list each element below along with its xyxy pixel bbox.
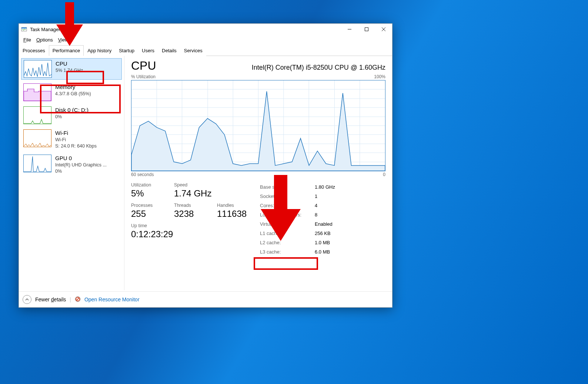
sidebar-item-sub: Wi-Fi xyxy=(55,137,97,143)
svg-rect-1 xyxy=(21,27,27,29)
open-resource-monitor-link[interactable]: Open Resource Monitor xyxy=(84,297,140,302)
maximize-button[interactable] xyxy=(358,24,375,35)
cpu-chart xyxy=(131,80,385,171)
sidebar-item-sub: 0% xyxy=(55,114,88,120)
sidebar-item-label: GPU 0 xyxy=(55,155,107,162)
sidebar-item-sub2: 0% xyxy=(55,168,107,175)
sidebar-item-label: CPU xyxy=(56,60,83,67)
tab-processes[interactable]: Processes xyxy=(19,45,49,56)
tab-users[interactable]: Users xyxy=(138,45,158,56)
menu-view[interactable]: View xyxy=(56,36,71,43)
resource-monitor-icon xyxy=(75,296,81,303)
cpu-model: Intel(R) Core(TM) i5-8250U CPU @ 1.60GHz xyxy=(252,64,385,72)
tab-app-history[interactable]: App history xyxy=(84,45,115,56)
chart-label-tr: 100% xyxy=(374,74,385,79)
cpu-thumb-icon xyxy=(24,60,52,78)
chevron-up-icon[interactable] xyxy=(23,295,31,304)
main-panel: CPU Intel(R) Core(TM) i5-8250U CPU @ 1.6… xyxy=(124,56,392,290)
handles-value: 111638 xyxy=(217,208,249,219)
sidebar-item-sub: Intel(R) UHD Graphics ... xyxy=(55,162,107,168)
chart-label-br: 0 xyxy=(383,172,385,177)
sidebar-item-memory[interactable]: Memory 4.3/7.8 GB (55%) xyxy=(21,82,122,103)
uptime-label: Up time xyxy=(131,223,205,228)
sidebar-item-label: Wi-Fi xyxy=(55,129,97,137)
menu-bar: File Options View xyxy=(19,35,392,45)
task-manager-window: Task Manager File Options View Processes… xyxy=(19,23,392,308)
performance-sidebar: CPU 5% 1.74 GHz Memory 4.3/7.8 GB (55%) xyxy=(19,56,124,290)
wifi-thumb-icon xyxy=(23,129,51,147)
menu-file[interactable]: File xyxy=(21,36,33,43)
handles-label: Handles xyxy=(217,203,249,208)
sidebar-item-gpu[interactable]: GPU 0 Intel(R) UHD Graphics ... 0% xyxy=(21,153,122,176)
sidebar-item-cpu[interactable]: CPU 5% 1.74 GHz xyxy=(21,58,122,80)
threads-value: 3238 xyxy=(174,208,206,219)
processes-value: 255 xyxy=(131,208,163,219)
window-title: Task Manager xyxy=(30,27,341,32)
table-row: Logical processors:8 xyxy=(260,210,337,219)
sidebar-item-sub: 5% 1.74 GHz xyxy=(56,67,83,74)
threads-label: Threads xyxy=(174,203,206,208)
table-row: Base speed:1.80 GHz xyxy=(260,182,337,192)
tab-details[interactable]: Details xyxy=(158,45,180,56)
uptime-value: 0:12:23:29 xyxy=(131,228,205,240)
memory-thumb-icon xyxy=(23,83,51,101)
table-row: Cores:4 xyxy=(260,201,337,210)
tab-bar: Processes Performance App history Startu… xyxy=(19,45,392,56)
sidebar-item-sub: 4.3/7.8 GB (55%) xyxy=(55,91,91,97)
footer-bar: Fewer details | Open Resource Monitor xyxy=(19,291,392,307)
tab-services[interactable]: Services xyxy=(180,45,206,56)
utilization-value: 5% xyxy=(131,188,163,199)
menu-options[interactable]: Options xyxy=(34,36,55,43)
sidebar-item-sub2: S: 24.0 R: 640 Kbps xyxy=(55,143,97,149)
table-row: L2 cache:1.0 MB xyxy=(260,238,337,247)
sidebar-item-wifi[interactable]: Wi-Fi Wi-Fi S: 24.0 R: 640 Kbps xyxy=(21,128,122,151)
minimize-button[interactable] xyxy=(341,24,358,35)
table-row: L1 cache:256 KB xyxy=(260,229,337,238)
tab-performance[interactable]: Performance xyxy=(49,45,84,56)
chart-label-tl: % Utilization xyxy=(131,74,156,79)
svg-rect-3 xyxy=(365,28,368,31)
cpu-big-stats: Utilization5% Speed1.74 GHz Processes255… xyxy=(131,182,249,256)
disk-thumb-icon xyxy=(23,106,51,124)
sidebar-item-label: Disk 0 (C: D:) xyxy=(55,106,88,114)
panel-title: CPU xyxy=(131,59,156,73)
table-row: L3 cache:6.0 MB xyxy=(260,247,337,256)
cpu-info-table: Base speed:1.80 GHz Sockets:1 Cores:4 Lo… xyxy=(260,182,337,256)
speed-value: 1.74 GHz xyxy=(174,188,211,199)
tab-startup[interactable]: Startup xyxy=(115,45,138,56)
table-row-virtualization: Virtualization:Enabled xyxy=(260,219,337,229)
app-icon xyxy=(21,26,27,32)
sidebar-item-disk[interactable]: Disk 0 (C: D:) 0% xyxy=(21,105,122,126)
fewer-details-button[interactable]: Fewer details xyxy=(35,297,66,302)
chart-label-bl: 60 seconds xyxy=(131,172,154,177)
table-row: Sockets:1 xyxy=(260,192,337,201)
speed-label: Speed xyxy=(174,182,211,188)
gpu-thumb-icon xyxy=(23,155,51,172)
title-bar[interactable]: Task Manager xyxy=(19,24,392,35)
sidebar-item-label: Memory xyxy=(55,83,91,91)
processes-label: Processes xyxy=(131,203,163,208)
utilization-label: Utilization xyxy=(131,182,163,188)
close-button[interactable] xyxy=(375,24,392,35)
